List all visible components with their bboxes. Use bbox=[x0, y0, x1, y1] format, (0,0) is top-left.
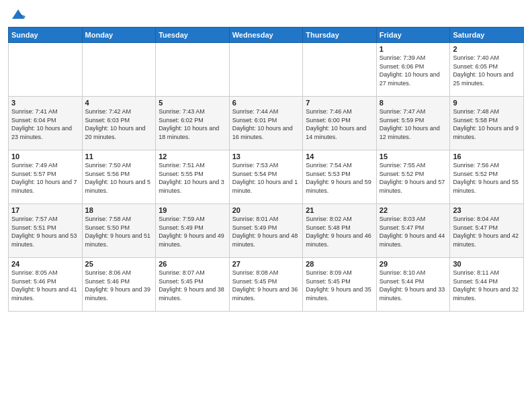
day-info: Sunrise: 8:08 AM Sunset: 5:45 PM Dayligh… bbox=[232, 269, 300, 302]
day-info: Sunrise: 8:03 AM Sunset: 5:47 PM Dayligh… bbox=[380, 215, 447, 248]
calendar-cell: 1Sunrise: 7:39 AM Sunset: 6:06 PM Daylig… bbox=[376, 43, 450, 97]
day-info: Sunrise: 7:48 AM Sunset: 5:58 PM Dayligh… bbox=[453, 107, 521, 141]
day-info: Sunrise: 7:53 AM Sunset: 5:54 PM Dayligh… bbox=[232, 161, 300, 195]
calendar-cell: 26Sunrise: 8:07 AM Sunset: 5:45 PM Dayli… bbox=[156, 258, 230, 312]
day-number: 19 bbox=[159, 206, 226, 214]
calendar-day-header: Thursday bbox=[303, 28, 377, 43]
day-info: Sunrise: 7:44 AM Sunset: 6:01 PM Dayligh… bbox=[232, 107, 300, 141]
calendar-week-row: 10Sunrise: 7:49 AM Sunset: 5:57 PM Dayli… bbox=[9, 150, 524, 204]
header bbox=[8, 7, 524, 21]
day-number: 4 bbox=[85, 99, 153, 107]
calendar-week-row: 17Sunrise: 7:57 AM Sunset: 5:51 PM Dayli… bbox=[9, 204, 524, 258]
day-number: 13 bbox=[232, 152, 300, 161]
day-info: Sunrise: 7:55 AM Sunset: 5:52 PM Dayligh… bbox=[380, 161, 447, 195]
calendar-cell: 6Sunrise: 7:44 AM Sunset: 6:01 PM Daylig… bbox=[229, 97, 303, 150]
day-number: 29 bbox=[380, 260, 447, 268]
day-number: 12 bbox=[159, 152, 226, 161]
svg-marker-0 bbox=[12, 9, 24, 19]
day-number: 20 bbox=[232, 206, 300, 214]
calendar-cell bbox=[229, 43, 303, 97]
calendar-cell: 12Sunrise: 7:51 AM Sunset: 5:55 PM Dayli… bbox=[156, 150, 230, 204]
calendar-cell: 14Sunrise: 7:54 AM Sunset: 5:53 PM Dayli… bbox=[303, 150, 377, 204]
day-info: Sunrise: 7:40 AM Sunset: 6:05 PM Dayligh… bbox=[453, 54, 521, 87]
day-number: 26 bbox=[159, 260, 226, 268]
calendar-cell: 28Sunrise: 8:09 AM Sunset: 5:45 PM Dayli… bbox=[303, 258, 377, 312]
day-number: 18 bbox=[85, 206, 153, 214]
calendar-cell: 23Sunrise: 8:04 AM Sunset: 5:47 PM Dayli… bbox=[450, 204, 524, 258]
calendar-cell: 10Sunrise: 7:49 AM Sunset: 5:57 PM Dayli… bbox=[9, 150, 83, 204]
day-info: Sunrise: 7:54 AM Sunset: 5:53 PM Dayligh… bbox=[306, 161, 373, 195]
page-container: SundayMondayTuesdayWednesdayThursdayFrid… bbox=[0, 0, 532, 317]
day-number: 2 bbox=[453, 45, 521, 53]
calendar-cell: 8Sunrise: 7:47 AM Sunset: 5:59 PM Daylig… bbox=[376, 97, 450, 150]
day-number: 7 bbox=[306, 99, 373, 107]
day-info: Sunrise: 8:05 AM Sunset: 5:46 PM Dayligh… bbox=[11, 269, 79, 302]
calendar-day-header: Monday bbox=[82, 28, 156, 43]
calendar-day-header: Sunday bbox=[9, 28, 83, 43]
day-number: 10 bbox=[11, 152, 79, 161]
calendar-table: SundayMondayTuesdayWednesdayThursdayFrid… bbox=[8, 27, 524, 312]
logo-icon bbox=[11, 7, 26, 21]
calendar-cell: 2Sunrise: 7:40 AM Sunset: 6:05 PM Daylig… bbox=[450, 43, 524, 97]
day-number: 21 bbox=[306, 206, 373, 214]
day-info: Sunrise: 7:57 AM Sunset: 5:51 PM Dayligh… bbox=[11, 215, 79, 248]
calendar-cell: 25Sunrise: 8:06 AM Sunset: 5:46 PM Dayli… bbox=[82, 258, 156, 312]
calendar-day-header: Friday bbox=[376, 28, 450, 43]
day-info: Sunrise: 7:49 AM Sunset: 5:57 PM Dayligh… bbox=[11, 161, 79, 195]
calendar-cell bbox=[9, 43, 83, 97]
calendar-cell: 13Sunrise: 7:53 AM Sunset: 5:54 PM Dayli… bbox=[229, 150, 303, 204]
calendar-day-header: Wednesday bbox=[229, 28, 303, 43]
day-number: 22 bbox=[380, 206, 447, 214]
day-number: 6 bbox=[232, 99, 300, 107]
calendar-cell: 22Sunrise: 8:03 AM Sunset: 5:47 PM Dayli… bbox=[376, 204, 450, 258]
calendar-cell: 7Sunrise: 7:46 AM Sunset: 6:00 PM Daylig… bbox=[303, 97, 377, 150]
day-info: Sunrise: 7:41 AM Sunset: 6:04 PM Dayligh… bbox=[11, 107, 79, 141]
calendar-cell: 15Sunrise: 7:55 AM Sunset: 5:52 PM Dayli… bbox=[376, 150, 450, 204]
day-info: Sunrise: 8:06 AM Sunset: 5:46 PM Dayligh… bbox=[85, 269, 153, 302]
day-number: 11 bbox=[85, 152, 153, 161]
calendar-cell: 30Sunrise: 8:11 AM Sunset: 5:44 PM Dayli… bbox=[450, 258, 524, 312]
calendar-day-header: Tuesday bbox=[156, 28, 230, 43]
day-number: 17 bbox=[11, 206, 79, 214]
calendar-cell: 18Sunrise: 7:58 AM Sunset: 5:50 PM Dayli… bbox=[82, 204, 156, 258]
calendar-cell: 17Sunrise: 7:57 AM Sunset: 5:51 PM Dayli… bbox=[9, 204, 83, 258]
day-number: 23 bbox=[453, 206, 521, 214]
day-number: 5 bbox=[159, 99, 226, 107]
day-info: Sunrise: 7:50 AM Sunset: 5:56 PM Dayligh… bbox=[85, 161, 153, 195]
calendar-cell bbox=[82, 43, 156, 97]
calendar-cell bbox=[303, 43, 377, 97]
calendar-cell: 27Sunrise: 8:08 AM Sunset: 5:45 PM Dayli… bbox=[229, 258, 303, 312]
calendar-cell: 16Sunrise: 7:56 AM Sunset: 5:52 PM Dayli… bbox=[450, 150, 524, 204]
day-info: Sunrise: 7:59 AM Sunset: 5:49 PM Dayligh… bbox=[159, 215, 226, 248]
calendar-cell: 9Sunrise: 7:48 AM Sunset: 5:58 PM Daylig… bbox=[450, 97, 524, 150]
day-number: 14 bbox=[306, 152, 373, 161]
day-info: Sunrise: 7:51 AM Sunset: 5:55 PM Dayligh… bbox=[159, 161, 226, 195]
day-info: Sunrise: 8:10 AM Sunset: 5:44 PM Dayligh… bbox=[380, 269, 447, 302]
day-info: Sunrise: 8:11 AM Sunset: 5:44 PM Dayligh… bbox=[453, 269, 521, 302]
day-number: 27 bbox=[232, 260, 300, 268]
calendar-cell: 5Sunrise: 7:43 AM Sunset: 6:02 PM Daylig… bbox=[156, 97, 230, 150]
day-number: 16 bbox=[453, 152, 521, 161]
calendar-week-row: 24Sunrise: 8:05 AM Sunset: 5:46 PM Dayli… bbox=[9, 258, 524, 312]
day-number: 8 bbox=[380, 99, 447, 107]
day-info: Sunrise: 7:47 AM Sunset: 5:59 PM Dayligh… bbox=[380, 107, 447, 141]
day-number: 1 bbox=[380, 45, 447, 53]
day-number: 28 bbox=[306, 260, 373, 268]
calendar-cell: 21Sunrise: 8:02 AM Sunset: 5:48 PM Dayli… bbox=[303, 204, 377, 258]
calendar-cell: 3Sunrise: 7:41 AM Sunset: 6:04 PM Daylig… bbox=[9, 97, 83, 150]
logo bbox=[8, 7, 26, 21]
calendar-cell bbox=[156, 43, 230, 97]
calendar-week-row: 1Sunrise: 7:39 AM Sunset: 6:06 PM Daylig… bbox=[9, 43, 524, 97]
day-info: Sunrise: 7:46 AM Sunset: 6:00 PM Dayligh… bbox=[306, 107, 373, 141]
calendar-cell: 20Sunrise: 8:01 AM Sunset: 5:49 PM Dayli… bbox=[229, 204, 303, 258]
calendar-header-row: SundayMondayTuesdayWednesdayThursdayFrid… bbox=[9, 28, 524, 43]
day-info: Sunrise: 8:07 AM Sunset: 5:45 PM Dayligh… bbox=[159, 269, 226, 302]
calendar-cell: 29Sunrise: 8:10 AM Sunset: 5:44 PM Dayli… bbox=[376, 258, 450, 312]
day-info: Sunrise: 7:43 AM Sunset: 6:02 PM Dayligh… bbox=[159, 107, 226, 141]
day-info: Sunrise: 7:39 AM Sunset: 6:06 PM Dayligh… bbox=[380, 54, 447, 87]
calendar-week-row: 3Sunrise: 7:41 AM Sunset: 6:04 PM Daylig… bbox=[9, 97, 524, 150]
day-info: Sunrise: 8:04 AM Sunset: 5:47 PM Dayligh… bbox=[453, 215, 521, 248]
day-info: Sunrise: 8:01 AM Sunset: 5:49 PM Dayligh… bbox=[232, 215, 300, 248]
calendar-cell: 24Sunrise: 8:05 AM Sunset: 5:46 PM Dayli… bbox=[9, 258, 83, 312]
day-info: Sunrise: 7:56 AM Sunset: 5:52 PM Dayligh… bbox=[453, 161, 521, 195]
